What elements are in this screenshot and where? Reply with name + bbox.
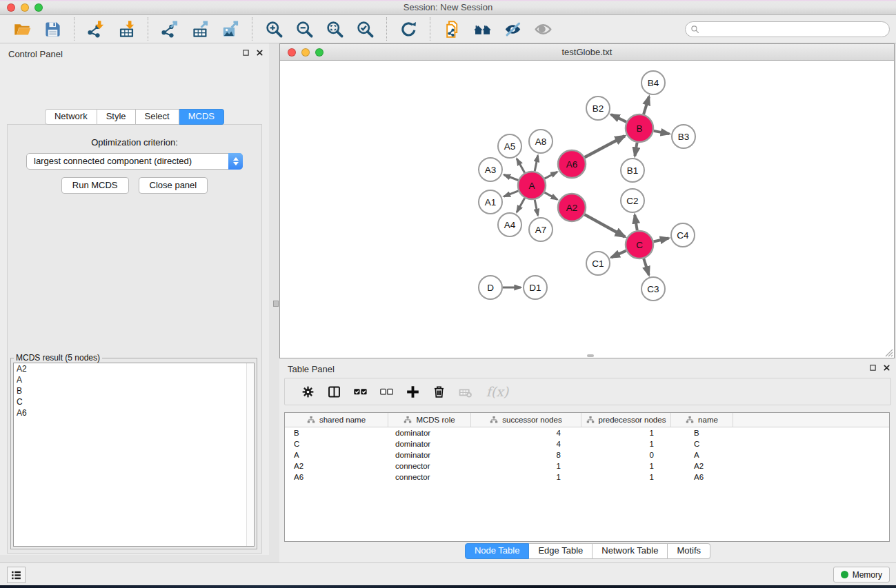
- export-image-icon[interactable]: [220, 19, 241, 39]
- open-file-icon[interactable]: [12, 19, 32, 39]
- node-B1[interactable]: B1: [621, 159, 644, 182]
- table-row[interactable]: Adominator80A: [285, 449, 889, 460]
- node-C4[interactable]: C4: [671, 223, 695, 247]
- delete-column-icon[interactable]: [430, 383, 447, 400]
- edge-A2-C[interactable]: [584, 214, 625, 236]
- mcds-result-list[interactable]: A2ABCA6: [13, 363, 255, 547]
- table-row[interactable]: Bdominator41B: [285, 427, 889, 438]
- column-header-shared-name[interactable]: shared name: [285, 413, 388, 427]
- search-box[interactable]: [685, 21, 890, 37]
- edge-A-A7[interactable]: [535, 200, 538, 216]
- memory-button[interactable]: Memory: [833, 567, 890, 582]
- tab-mcds[interactable]: MCDS: [179, 109, 224, 125]
- node-A4[interactable]: A4: [498, 213, 521, 236]
- zoom-out-icon[interactable]: [294, 19, 315, 39]
- add-column-icon[interactable]: [404, 383, 421, 400]
- node-C[interactable]: C: [626, 231, 653, 258]
- node-B4[interactable]: B4: [641, 71, 665, 94]
- mcds-result-item[interactable]: A6: [14, 407, 254, 418]
- refresh-view-icon[interactable]: [398, 19, 419, 39]
- edge-A-A6[interactable]: [545, 172, 557, 179]
- node-A[interactable]: A: [518, 172, 546, 199]
- node-A8[interactable]: A8: [529, 130, 552, 153]
- mcds-result-item[interactable]: A: [14, 374, 254, 385]
- table-row[interactable]: A6connector11A6: [285, 472, 889, 483]
- table-row[interactable]: A2connector11A2: [285, 460, 889, 472]
- network-window-titlebar[interactable]: testGlobe.txt: [280, 44, 894, 61]
- edge-A-A4[interactable]: [517, 198, 524, 212]
- node-B3[interactable]: B3: [672, 125, 695, 148]
- optimization-criterion-dropdown[interactable]: largest connected component (directed): [26, 153, 243, 170]
- edge-A-A3[interactable]: [504, 175, 519, 181]
- column-header-name[interactable]: name: [671, 413, 733, 427]
- zoom-fit-icon[interactable]: [324, 19, 345, 39]
- deselect-all-icon[interactable]: [378, 383, 395, 400]
- export-table-icon[interactable]: [190, 19, 210, 39]
- node-C3[interactable]: C3: [641, 277, 665, 301]
- network-graph[interactable]: B4B2BB3A5A8A6B1A3AC2A1A2A4A7C4CC1C3DD1: [280, 61, 894, 358]
- export-network-icon[interactable]: [159, 19, 180, 39]
- edge-B-B2[interactable]: [611, 114, 626, 122]
- close-panel-icon[interactable]: [256, 49, 263, 57]
- node-A7[interactable]: A7: [529, 218, 552, 241]
- search-input[interactable]: [699, 23, 889, 36]
- zoom-in-icon[interactable]: [263, 19, 284, 39]
- first-neighbors-icon[interactable]: [472, 19, 492, 39]
- zoom-selected-icon[interactable]: [355, 19, 375, 39]
- table-tab-node-table[interactable]: Node Table: [465, 543, 530, 559]
- table-tab-edge-table[interactable]: Edge Table: [529, 543, 593, 559]
- mcds-result-item[interactable]: A2: [14, 363, 254, 374]
- import-table-icon[interactable]: [116, 19, 137, 39]
- node-C2[interactable]: C2: [621, 189, 644, 212]
- splitter-handle[interactable]: [273, 301, 279, 307]
- node-A2[interactable]: A2: [558, 194, 586, 221]
- resize-grip-icon[interactable]: [884, 347, 893, 357]
- close-table-panel-icon[interactable]: [883, 364, 890, 372]
- edge-C-C2[interactable]: [635, 215, 637, 231]
- edge-A-A5[interactable]: [517, 159, 524, 172]
- network-canvas[interactable]: B4B2BB3A5A8A6B1A3AC2A1A2A4A7C4CC1C3DD1: [280, 61, 894, 358]
- edge-B-B4[interactable]: [644, 97, 649, 114]
- node-B[interactable]: B: [626, 114, 653, 142]
- edge-A-A8[interactable]: [535, 156, 538, 172]
- table-row[interactable]: Cdominator41C: [285, 438, 889, 449]
- show-panels-button[interactable]: [7, 567, 26, 583]
- node-A1[interactable]: A1: [479, 190, 502, 214]
- toggle-columns-icon[interactable]: [326, 383, 342, 400]
- node-C1[interactable]: C1: [586, 252, 610, 275]
- float-table-panel-icon[interactable]: [869, 364, 877, 372]
- table-tab-network-table[interactable]: Network Table: [593, 543, 668, 559]
- save-session-icon[interactable]: [42, 19, 63, 39]
- column-header-MCDS-role[interactable]: MCDS role: [388, 413, 471, 427]
- edge-C-C3[interactable]: [644, 258, 648, 275]
- run-mcds-button[interactable]: Run MCDS: [61, 177, 129, 194]
- edge-C-C4[interactable]: [653, 239, 668, 242]
- table-settings-icon[interactable]: [299, 383, 316, 400]
- edge-B-B1[interactable]: [635, 143, 637, 156]
- edge-A6-B[interactable]: [585, 136, 625, 157]
- node-B2[interactable]: B2: [586, 97, 610, 120]
- node-D[interactable]: D: [479, 276, 502, 299]
- tab-style[interactable]: Style: [97, 109, 136, 125]
- tab-network[interactable]: Network: [45, 109, 97, 125]
- column-header-successor-nodes[interactable]: successor nodes: [471, 413, 581, 427]
- node-A5[interactable]: A5: [498, 134, 521, 158]
- edge-B-B3[interactable]: [654, 131, 670, 134]
- mcds-list-scrollbar[interactable]: [246, 363, 254, 546]
- tab-select[interactable]: Select: [136, 109, 179, 125]
- node-A3[interactable]: A3: [479, 158, 502, 181]
- node-A6[interactable]: A6: [558, 150, 586, 178]
- import-network-icon[interactable]: [86, 19, 106, 39]
- select-all-icon[interactable]: [352, 383, 368, 400]
- hide-selected-icon[interactable]: [502, 19, 523, 39]
- new-network-from-selection-icon[interactable]: [441, 19, 462, 39]
- close-panel-button[interactable]: Close panel: [139, 177, 208, 194]
- network-hscroll-thumb[interactable]: [587, 354, 594, 357]
- edge-A-A1[interactable]: [504, 191, 518, 196]
- table-tab-motifs[interactable]: Motifs: [668, 543, 710, 559]
- edge-A-A2[interactable]: [544, 192, 557, 199]
- mcds-result-item[interactable]: B: [14, 385, 254, 396]
- float-panel-icon[interactable]: [242, 49, 250, 57]
- mcds-result-item[interactable]: C: [14, 396, 254, 407]
- node-D1[interactable]: D1: [524, 276, 547, 299]
